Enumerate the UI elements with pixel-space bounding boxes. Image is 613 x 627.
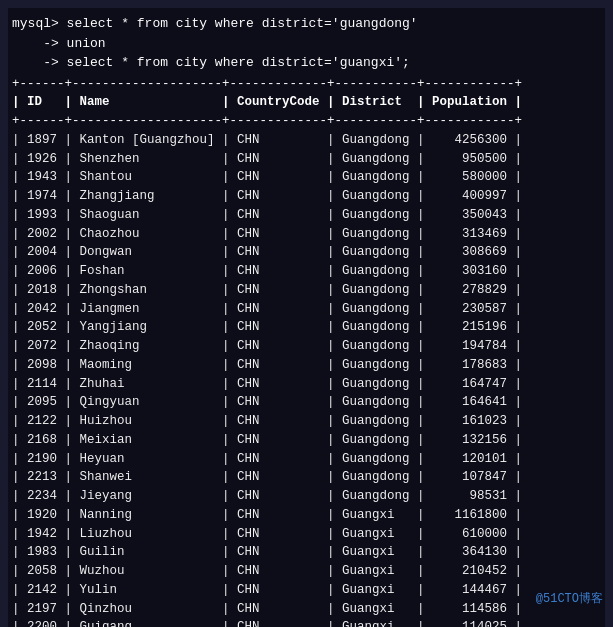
watermark: @51CTO博客 [536,590,603,607]
terminal-window: mysql> select * from city where district… [8,8,605,627]
separator-header: +------+--------------------+-----------… [12,112,601,131]
table-row: | 2002 | Chaozhou | CHN | Guangdong | 31… [12,225,601,244]
table-row: | 1974 | Zhangjiang | CHN | Guangdong | … [12,187,601,206]
table-row: | 2072 | Zhaoqing | CHN | Guangdong | 19… [12,337,601,356]
table-header: | ID | Name | CountryCode | District | P… [12,93,601,112]
table-row: | 2052 | Yangjiang | CHN | Guangdong | 2… [12,318,601,337]
table-row: | 2098 | Maoming | CHN | Guangdong | 178… [12,356,601,375]
table-row: | 2095 | Qingyuan | CHN | Guangdong | 16… [12,393,601,412]
table-row: | 1983 | Guilin | CHN | Guangxi | 364130… [12,543,601,562]
table-row: | 2006 | Foshan | CHN | Guangdong | 3031… [12,262,601,281]
table-row: | 2122 | Huizhou | CHN | Guangdong | 161… [12,412,601,431]
table-row: | 2197 | Qinzhou | CHN | Guangxi | 11458… [12,600,601,619]
table-row: | 1942 | Liuzhou | CHN | Guangxi | 61000… [12,525,601,544]
table-row: | 1920 | Nanning | CHN | Guangxi | 11618… [12,506,601,525]
table-row: | 1993 | Shaoguan | CHN | Guangdong | 35… [12,206,601,225]
table-row: | 2042 | Jiangmen | CHN | Guangdong | 23… [12,300,601,319]
table-row: | 1897 | Kanton [Guangzhou] | CHN | Guan… [12,131,601,150]
table-row: | 2142 | Yulin | CHN | Guangxi | 144467 … [12,581,601,600]
query-line3: -> select * from city where district='gu… [12,53,601,73]
results-table: +------+--------------------+-----------… [12,75,601,628]
table-row: | 2190 | Heyuan | CHN | Guangdong | 1201… [12,450,601,469]
table-row: | 2168 | Meixian | CHN | Guangdong | 132… [12,431,601,450]
table-row: | 2213 | Shanwei | CHN | Guangdong | 107… [12,468,601,487]
separator-top: +------+--------------------+-----------… [12,75,601,94]
table-row: | 2234 | Jieyang | CHN | Guangdong | 985… [12,487,601,506]
table-row: | 2004 | Dongwan | CHN | Guangdong | 308… [12,243,601,262]
table-row: | 2200 | Guigang | CHN | Guangxi | 11402… [12,618,601,627]
query-line2: -> union [12,34,601,54]
table-row: | 2058 | Wuzhou | CHN | Guangxi | 210452… [12,562,601,581]
table-row: | 1943 | Shantou | CHN | Guangdong | 580… [12,168,601,187]
table-row: | 1926 | Shenzhen | CHN | Guangdong | 95… [12,150,601,169]
table-row: | 2114 | Zhuhai | CHN | Guangdong | 1647… [12,375,601,394]
query-line1: mysql> select * from city where district… [12,14,601,34]
table-rows: | 1897 | Kanton [Guangzhou] | CHN | Guan… [12,131,601,627]
table-row: | 2018 | Zhongshan | CHN | Guangdong | 2… [12,281,601,300]
